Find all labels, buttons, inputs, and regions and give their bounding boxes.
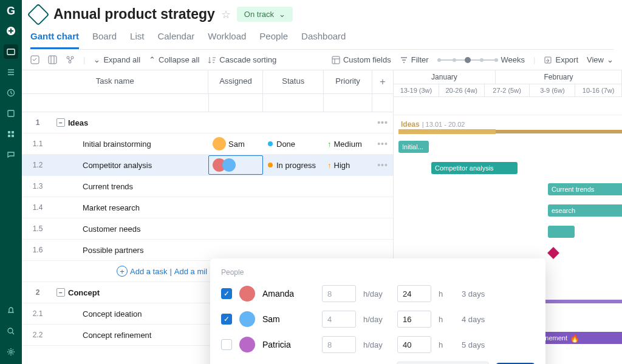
gantt-bar[interactable] [548,226,575,238]
row-menu-icon[interactable] [372,240,393,260]
task-row[interactable]: 1.1Initial brainstorming Sam Done↑ Mediu… [22,133,393,155]
assigned-cell[interactable] [208,176,263,197]
report-icon[interactable] [4,106,18,121]
week-header: 3-9 (6w) [530,84,575,96]
assigned-cell[interactable] [208,197,263,218]
gear-icon[interactable] [4,345,18,359]
person-row: ✓ Sam h/day h 4 days [221,311,535,328]
days-label: 5 days [462,340,485,349]
row-menu-icon[interactable]: ••• [372,112,393,133]
col-task: Task name [22,70,208,93]
svg-rect-6 [8,135,10,137]
total-hours-input[interactable] [397,285,431,302]
list-icon[interactable] [4,65,18,79]
collapse-all-button[interactable]: ⌃ Collapse all [149,55,199,64]
hours-per-day-input[interactable] [322,336,356,353]
avatar [239,311,255,327]
task-row[interactable]: 1.4Market research [22,197,393,218]
row-menu-icon[interactable]: ••• [372,133,393,154]
cascade-sort-button[interactable]: Cascade sorting [208,55,276,64]
total-hours-input[interactable] [397,336,431,353]
view-button[interactable]: View ⌄ [587,55,613,64]
columns-tool-icon[interactable] [48,55,57,64]
tab-workload[interactable]: Workload [208,31,246,49]
export-button[interactable]: Export [544,55,578,64]
person-checkbox[interactable] [221,339,232,350]
person-name: Sam [262,314,315,324]
gantt-bar[interactable]: Current trends [548,183,622,195]
tab-list[interactable]: List [130,31,144,49]
svg-rect-4 [8,131,10,133]
col-status: Status [263,70,324,93]
svg-point-12 [67,56,69,59]
row-menu-icon[interactable] [372,218,393,239]
popover-title: People [221,268,535,277]
status-pill[interactable]: On track⌄ [237,7,293,22]
hours-per-day-input[interactable] [322,285,356,302]
svg-rect-3 [8,110,14,116]
gantt-bar[interactable]: Initial... [398,141,429,153]
gantt-bar[interactable]: Competitor analysis [431,162,518,174]
project-icon [27,3,50,25]
zoom-slider[interactable]: Weeks [437,55,525,64]
row-menu-icon[interactable]: ••• [372,155,393,175]
svg-point-13 [71,56,73,59]
week-header: 20-26 (4w) [439,84,485,96]
custom-fields-button[interactable]: Custom fields [332,55,391,64]
svg-rect-1 [7,49,15,55]
add-icon[interactable] [4,24,18,38]
days-label: 3 days [462,289,485,298]
assigned-cell[interactable] [208,240,263,260]
chat-icon[interactable] [4,147,18,162]
search-icon[interactable] [4,324,18,339]
collapse-icon[interactable]: − [56,118,65,127]
add-people-button[interactable]: + Add more people [397,362,489,364]
gantt-row: esearch [394,200,622,221]
filter-button[interactable]: Filter [400,55,429,64]
task-row[interactable]: 1.3Current trends [22,176,393,197]
gantt-row: Ideas| 13.01 - 20.02 [394,115,622,136]
row-menu-icon[interactable] [372,197,393,218]
task-row[interactable]: 1−Ideas••• [22,112,393,133]
task-row[interactable]: 1.2Competitor analysis In progress↑ High… [22,155,393,176]
expand-all-button[interactable]: ⌄ Expand all [94,55,140,64]
star-icon[interactable]: ☆ [221,8,231,21]
plus-icon: + [117,266,128,277]
month-header: February [496,70,622,84]
assigned-cell[interactable]: Sam [208,133,263,154]
clock-icon[interactable] [4,86,18,100]
assigned-cell[interactable] [208,218,263,239]
svg-rect-15 [332,56,340,64]
svg-rect-11 [49,56,56,64]
check-tool-icon[interactable] [30,55,39,64]
assigned-cell[interactable] [208,112,263,133]
svg-rect-7 [12,135,14,137]
collapse-icon[interactable]: − [56,288,65,297]
tab-people[interactable]: People [259,31,288,49]
person-checkbox[interactable]: ✓ [221,314,232,325]
add-column-button[interactable]: + [372,70,393,93]
week-header: 27-2 (5w) [485,84,530,96]
task-row[interactable]: 1.6Possible partners [22,240,393,261]
hours-per-day-input[interactable] [322,311,356,328]
tab-gantt-chart[interactable]: Gantt chart [30,31,79,49]
avatar [239,337,255,352]
person-checkbox[interactable]: ✓ [221,288,232,299]
folder-icon[interactable] [4,44,18,59]
bell-icon[interactable] [4,303,18,318]
hierarchy-tool-icon[interactable] [66,55,75,64]
row-menu-icon[interactable] [372,176,393,197]
svg-point-14 [69,61,71,63]
view-tabs: Gantt chartBoardListCalendarWorkloadPeop… [30,31,613,50]
tab-board[interactable]: Board [92,31,117,49]
milestone-diamond[interactable] [547,247,559,259]
gantt-bar[interactable]: esearch [548,204,622,217]
tab-calendar[interactable]: Calendar [157,31,194,49]
task-row[interactable]: 1.5Customer needs [22,218,393,240]
total-hours-input[interactable] [397,311,431,328]
grid-icon[interactable] [4,127,18,141]
assigned-cell[interactable] [208,155,263,175]
col-priority: Priority [324,70,372,93]
app-logo: G [7,5,15,18]
tab-dashboard[interactable]: Dashboard [301,31,346,49]
